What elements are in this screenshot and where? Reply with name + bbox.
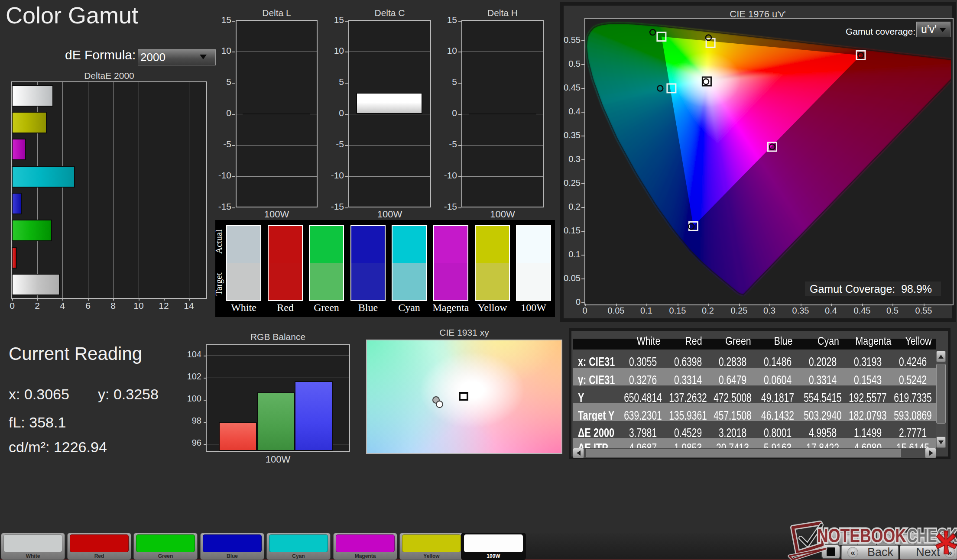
svg-text:NOTEBOOK: NOTEBOOK xyxy=(817,525,906,546)
